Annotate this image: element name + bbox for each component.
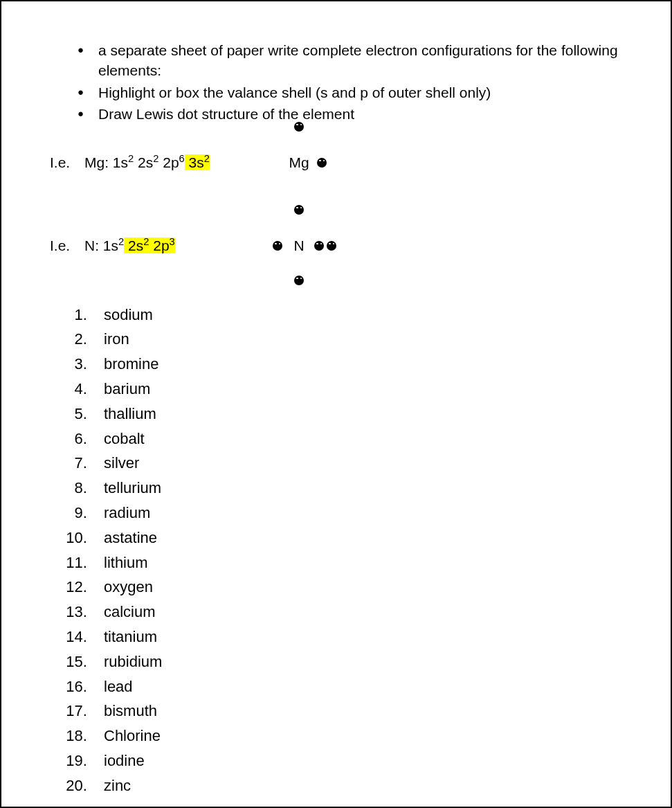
instruction-list: a separate sheet of paper write complete… (78, 40, 622, 125)
config-prefix: N: (84, 237, 103, 253)
electron-dot-icon (327, 241, 336, 251)
orbital-segment: 3s2 (185, 154, 210, 170)
element-list-item: calcium (91, 602, 622, 623)
element-list-item: cobalt (91, 429, 622, 450)
element-list-item: Chlorine (91, 726, 622, 747)
element-list-item: rubidium (91, 652, 622, 673)
element-list-item: tellurium (91, 478, 622, 499)
element-list-item: bismuth (91, 701, 622, 722)
example-row-mg: I.e. Mg: 1s2 2s2 2p6 3s2 Mg (50, 138, 622, 187)
lewis-structure-n: N (257, 222, 340, 270)
orbital-exponent: 6 (179, 153, 185, 164)
worksheet-page: a separate sheet of paper write complete… (0, 0, 672, 808)
element-list-item: silver (91, 453, 622, 474)
electron-dot-icon (314, 241, 324, 251)
electron-dot-icon (294, 205, 304, 215)
lewis-structure-mg: Mg (257, 138, 340, 187)
electron-dot-icon (294, 122, 304, 132)
example-label: I.e. (50, 235, 84, 255)
element-list-item: iron (91, 329, 622, 350)
element-list-item: barium (91, 379, 622, 400)
element-list-item: radium (91, 503, 622, 524)
electron-dot-icon (273, 241, 282, 251)
element-list-item: bromine (91, 354, 622, 375)
instruction-item: Draw Lewis dot structure of the element (78, 104, 622, 124)
electron-config-n: N: 1s2 2s2 2p3 (84, 235, 257, 255)
element-ordered-list: sodiumironbrominebariumthalliumcobaltsil… (64, 305, 622, 797)
orbital-segment: 2s2 (134, 154, 158, 170)
element-list-item: lead (91, 676, 622, 698)
orbital-segment: 1s2 (113, 154, 134, 170)
electron-dot-icon (294, 276, 304, 285)
element-list-item: lithium (91, 553, 622, 574)
example-label: I.e. (50, 152, 84, 172)
config-segments-mg: 1s2 2s2 2p6 3s2 (113, 154, 210, 170)
example-row-n: I.e. N: 1s2 2s2 2p3 N (50, 222, 622, 270)
orbital-exponent: 2 (128, 153, 134, 164)
instruction-item: Highlight or box the valance shell (s an… (78, 82, 622, 102)
element-symbol: N (293, 235, 304, 255)
orbital-segment: 2s2 (124, 237, 149, 253)
orbital-exponent: 2 (204, 153, 210, 164)
orbital-exponent: 2 (118, 236, 124, 247)
orbital-segment: 1s2 (103, 237, 124, 253)
instruction-item: a separate sheet of paper write complete… (78, 40, 622, 81)
element-list-item: iodine (91, 751, 622, 772)
element-list-item: thallium (91, 404, 622, 425)
config-prefix: Mg: (84, 154, 113, 170)
electron-config-mg: Mg: 1s2 2s2 2p6 3s2 (84, 152, 257, 172)
electron-dot-icon (317, 158, 327, 168)
orbital-segment: 2p6 (158, 154, 184, 170)
element-list-item: astatine (91, 528, 622, 549)
element-symbol: Mg (289, 152, 309, 172)
element-list-item: sodium (91, 305, 622, 326)
config-segments-n: 1s2 2s2 2p3 (103, 237, 175, 253)
element-list-item: oxygen (91, 577, 622, 598)
element-list-item: titanium (91, 627, 622, 648)
orbital-segment: 2p3 (149, 237, 174, 253)
orbital-exponent: 3 (170, 236, 175, 247)
element-list-item: zinc (91, 775, 622, 797)
